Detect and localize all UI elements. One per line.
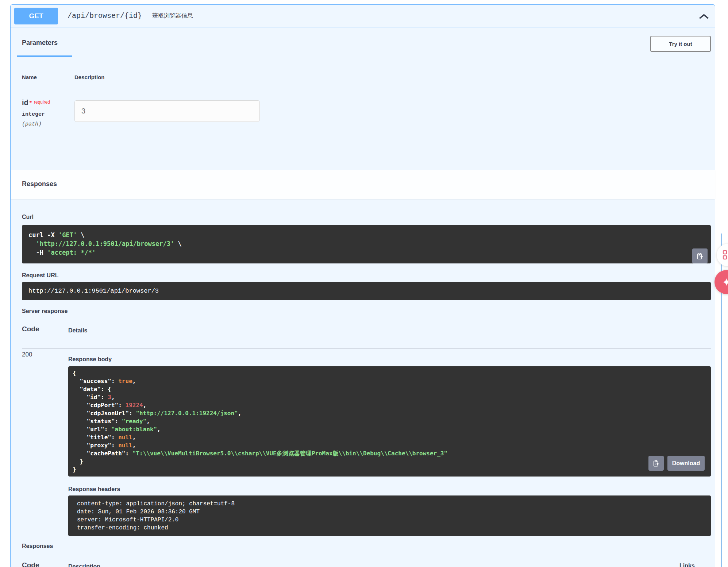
param-type: integer — [22, 111, 50, 117]
server-response-divider — [22, 348, 711, 349]
tab-parameters[interactable]: Parameters — [22, 39, 58, 47]
response-body-json: { "success": true, "data": { "id": 3, "c… — [73, 369, 705, 474]
download-button[interactable]: Download — [667, 456, 705, 471]
response-body-actions: Download — [648, 456, 705, 471]
documented-description-column: Description — [68, 563, 100, 567]
clipboard-arrow-icon — [652, 459, 660, 467]
response-headers-label: Response headers — [68, 486, 120, 493]
tab-active-underline — [17, 55, 72, 57]
details-column-header: Details — [68, 327, 87, 334]
response-body-label: Response body — [68, 356, 112, 363]
response-headers-text: content-type: application/json; charset=… — [77, 500, 705, 532]
documented-code-column: Code — [22, 561, 39, 567]
param-row-id: id*required integer (path) — [22, 99, 50, 127]
request-url-block: http://127.0.0.1:9501/api/browser/3 — [22, 282, 711, 300]
response-body-block: { "success": true, "data": { "id": 3, "c… — [68, 366, 711, 477]
param-id-input[interactable] — [74, 100, 260, 122]
responses-section-header: Responses — [11, 170, 715, 199]
sparkle-badge-icon[interactable]: ✦ — [714, 270, 728, 294]
param-col-name: Name — [22, 74, 37, 80]
required-label: required — [34, 100, 50, 105]
grid-capture-icon[interactable] — [717, 244, 728, 266]
curl-command-text: curl -X 'GET' \ 'http://127.0.0.1:9501/a… — [28, 231, 705, 257]
code-column-header: Code — [22, 325, 39, 333]
documented-links-column: Links — [679, 563, 695, 567]
method-badge: GET — [14, 8, 58, 24]
copy-curl-button[interactable] — [692, 248, 708, 263]
endpoint-path: /api/browser/{id} — [68, 12, 142, 20]
response-headers-block: content-type: application/json; charset=… — [68, 495, 711, 536]
clipboard-arrow-icon — [696, 252, 704, 260]
opblock-get: GET /api/browser/{id} 获取浏览器信息 Parameters… — [10, 4, 715, 567]
opblock-summary[interactable]: GET /api/browser/{id} 获取浏览器信息 — [11, 5, 715, 27]
documented-responses-title: Responses — [22, 543, 53, 549]
copy-response-button[interactable] — [648, 456, 664, 471]
param-col-description: Description — [74, 74, 105, 80]
server-response-label: Server response — [22, 308, 68, 315]
request-url-text: http://127.0.0.1:9501/api/browser/3 — [28, 287, 705, 296]
try-it-out-button[interactable]: Try it out — [650, 36, 711, 52]
curl-label: Curl — [22, 214, 34, 220]
required-star: * — [30, 100, 32, 106]
endpoint-summary: 获取浏览器信息 — [152, 12, 193, 20]
param-name: id — [22, 99, 28, 107]
params-divider — [22, 92, 711, 92]
tab-bar: Parameters Try it out — [11, 35, 715, 57]
chevron-up-icon[interactable] — [699, 14, 709, 19]
curl-command-block: curl -X 'GET' \ 'http://127.0.0.1:9501/a… — [22, 225, 711, 263]
status-code: 200 — [22, 351, 32, 358]
request-url-label: Request URL — [22, 272, 58, 279]
responses-title: Responses — [22, 180, 57, 188]
param-location: (path) — [22, 121, 50, 127]
